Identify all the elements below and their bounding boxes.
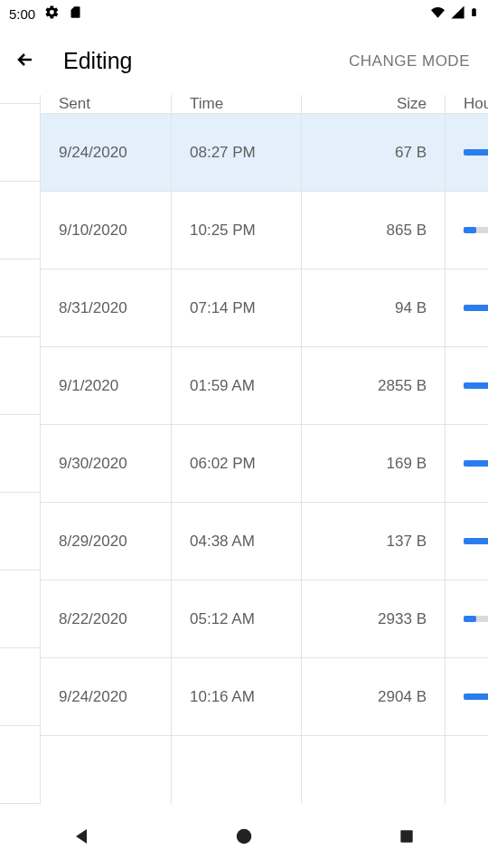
bar-fill (464, 538, 488, 544)
bar-fill (464, 460, 488, 467)
cell-sent[interactable]: 9/1/2020 (41, 347, 171, 425)
bar-track (464, 460, 488, 467)
row-handle[interactable] (0, 415, 40, 493)
cell-time[interactable]: 07:14 PM (172, 269, 301, 347)
bar-track (464, 693, 488, 700)
header-time[interactable]: Time (172, 95, 301, 114)
col-time: Time 08:27 PM10:25 PM07:14 PM01:59 AM06:… (172, 95, 302, 804)
bar-fill (464, 693, 488, 700)
bar-track (464, 305, 488, 311)
cell-time[interactable]: 06:02 PM (172, 425, 301, 503)
bar-track (464, 538, 488, 544)
bar-fill (464, 305, 488, 311)
cell-time[interactable]: 08:27 PM (172, 114, 301, 192)
svg-point-0 (237, 829, 252, 844)
row-handle[interactable] (0, 182, 40, 259)
cell-sent[interactable]: 9/24/2020 (41, 114, 171, 192)
gutter-header (0, 95, 40, 104)
table-content: Sent 9/24/20209/10/20208/31/20209/1/2020… (0, 95, 488, 804)
cell-hou[interactable] (446, 425, 488, 503)
cell-sent[interactable]: 8/29/2020 (41, 503, 171, 580)
battery-icon (469, 5, 479, 23)
cell-hou[interactable] (446, 658, 488, 736)
header-hou[interactable]: Hou (446, 95, 488, 114)
cell-hou[interactable] (446, 580, 488, 658)
cell-size[interactable]: 2904 B (302, 658, 445, 736)
cell-size[interactable]: 169 B (302, 425, 445, 503)
cell-time[interactable] (172, 736, 301, 804)
bar-fill (464, 149, 488, 156)
cell-sent[interactable]: 8/31/2020 (41, 269, 171, 347)
col-size: Size 67 B865 B94 B2855 B169 B137 B2933 B… (302, 95, 446, 804)
row-handle[interactable] (0, 493, 40, 571)
cell-hou[interactable] (446, 192, 488, 269)
change-mode-button[interactable]: CHANGE MODE (349, 52, 474, 71)
cell-size[interactable]: 67 B (302, 114, 445, 192)
cell-time[interactable]: 04:38 AM (172, 503, 301, 580)
cell-size[interactable]: 2855 B (302, 347, 445, 425)
bar-track (464, 149, 488, 156)
cell-time[interactable]: 05:12 AM (172, 580, 301, 658)
row-handle[interactable] (0, 726, 40, 804)
nav-recent-icon[interactable] (393, 823, 420, 850)
cell-hou[interactable] (446, 269, 488, 347)
cell-time[interactable]: 01:59 AM (172, 347, 301, 425)
bar-track (464, 227, 488, 233)
cell-time[interactable]: 10:25 PM (172, 192, 301, 269)
row-handle[interactable] (0, 104, 40, 182)
cell-sent[interactable]: 9/30/2020 (41, 425, 171, 503)
nav-bar (0, 805, 488, 868)
cell-sent[interactable] (41, 736, 171, 804)
cell-hou[interactable] (446, 347, 488, 425)
back-arrow-icon[interactable] (14, 49, 36, 74)
svg-rect-1 (400, 830, 412, 842)
cell-hou[interactable] (446, 503, 488, 580)
bar-fill (464, 616, 476, 622)
nav-home-icon[interactable] (230, 823, 258, 850)
cell-size[interactable]: 94 B (302, 269, 445, 347)
bar-track (464, 616, 488, 622)
row-handle[interactable] (0, 571, 40, 648)
col-hou: Hou (446, 95, 488, 804)
app-bar: Editing CHANGE MODE (0, 27, 488, 95)
cell-size[interactable] (302, 736, 445, 804)
row-handle[interactable] (0, 259, 40, 337)
cellular-icon (450, 5, 465, 23)
cell-size[interactable]: 865 B (302, 192, 445, 269)
cell-sent[interactable]: 9/24/2020 (41, 658, 171, 736)
status-bar: 5:00 (0, 0, 488, 27)
wifi-icon (429, 5, 446, 22)
bar-fill (464, 382, 488, 389)
header-size[interactable]: Size (302, 95, 445, 114)
status-left: 5:00 (9, 5, 82, 23)
status-right (429, 5, 479, 23)
cell-size[interactable]: 137 B (302, 503, 445, 580)
page-title: Editing (63, 48, 322, 74)
cell-time[interactable]: 10:16 AM (172, 658, 301, 736)
status-time: 5:00 (9, 6, 35, 22)
nav-back-icon[interactable] (68, 823, 95, 850)
header-sent[interactable]: Sent (41, 95, 171, 114)
bar-track (464, 382, 488, 389)
cell-sent[interactable]: 8/22/2020 (41, 580, 171, 658)
row-handle[interactable] (0, 648, 40, 726)
gear-icon (44, 5, 60, 23)
sd-card-icon (69, 5, 82, 23)
bar-fill (464, 227, 476, 233)
cell-sent[interactable]: 9/10/2020 (41, 192, 171, 269)
row-gutter (0, 95, 41, 804)
cell-hou[interactable] (446, 114, 488, 192)
row-handle[interactable] (0, 337, 40, 415)
cell-size[interactable]: 2933 B (302, 580, 445, 658)
cell-hou[interactable] (446, 736, 488, 804)
table[interactable]: Sent 9/24/20209/10/20208/31/20209/1/2020… (0, 95, 488, 804)
col-sent: Sent 9/24/20209/10/20208/31/20209/1/2020… (41, 95, 172, 804)
